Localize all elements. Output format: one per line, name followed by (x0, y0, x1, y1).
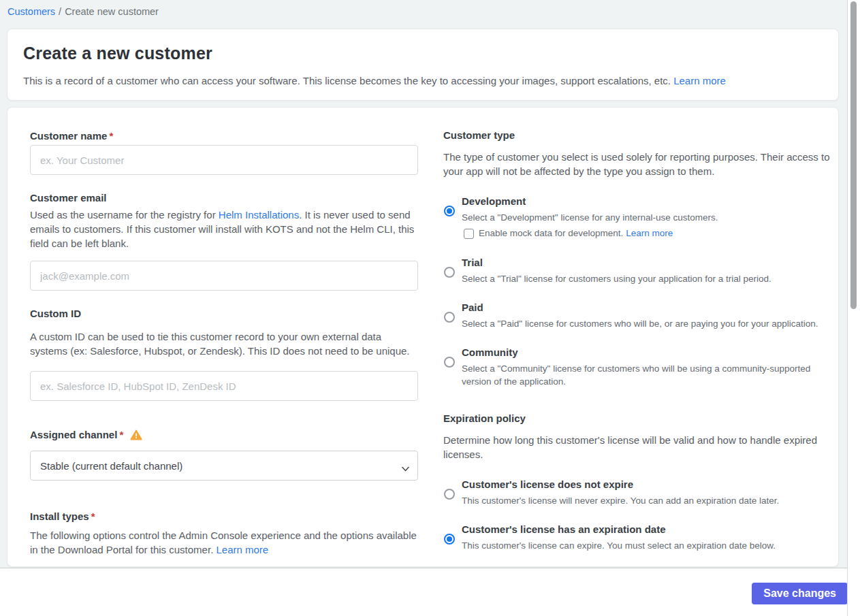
breadcrumb-current: Create new customer (65, 6, 159, 17)
custom-id-help: A custom ID can be used to tie this cust… (30, 329, 419, 358)
scrollbar-track[interactable] (847, 0, 860, 616)
assigned-channel-select-wrap: Stable (current default channel) (30, 451, 418, 481)
custom-id-input[interactable] (30, 371, 418, 401)
breadcrumb-customers-link[interactable]: Customers (7, 6, 55, 17)
paid-radio[interactable] (444, 312, 455, 323)
custom-id-label: Custom ID (30, 308, 419, 320)
customer-name-label-text: Customer name (30, 130, 107, 142)
has-expiration-radio[interactable] (444, 534, 455, 545)
customer-type-option-development: Development Select a "Development" licen… (443, 195, 835, 240)
has-expiration-option-title[interactable]: Customer's license has an expiration dat… (462, 523, 835, 536)
customer-email-help-before: Used as the username for the registry fo… (30, 209, 219, 221)
header-card: Create a new customer This is a record o… (7, 29, 839, 101)
footer-bar: Save changes (0, 568, 860, 616)
install-types-label-text: Install types (30, 510, 89, 522)
trial-option-description: Select a "Trial" license for customers u… (462, 272, 835, 285)
warning-icon (130, 429, 142, 440)
development-option-title[interactable]: Development (462, 195, 835, 208)
trial-radio[interactable] (444, 267, 455, 278)
scrollbar-thumb[interactable] (850, 1, 857, 309)
expiration-option-no-expire: Customer's license does not expire This … (443, 479, 835, 507)
expiration-option-has-date: Customer's license has an expiration dat… (443, 523, 835, 552)
page-title: Create a new customer (23, 43, 823, 63)
page: Customers/Create new customer Create a n… (0, 0, 860, 616)
mock-data-checkbox-row: Enable mock data for development. Learn … (462, 227, 835, 240)
assigned-channel-select[interactable]: Stable (current default channel) (30, 451, 418, 481)
customer-email-help: Used as the username for the registry fo… (30, 208, 419, 250)
install-types-label: Install types* (30, 510, 419, 523)
customer-type-option-paid: Paid Select a "Paid" license for custome… (443, 302, 835, 330)
customer-type-heading: Customer type (443, 129, 835, 142)
customer-type-option-trial: Trial Select a "Trial" license for custo… (443, 257, 835, 285)
no-expire-radio[interactable] (444, 489, 455, 500)
breadcrumb: Customers/Create new customer (7, 6, 159, 17)
install-types-learn-more-link[interactable]: Learn more (216, 544, 268, 555)
paid-option-title[interactable]: Paid (462, 302, 835, 314)
mock-data-learn-more-link[interactable]: Learn more (626, 228, 673, 238)
save-changes-button[interactable]: Save changes (752, 583, 848, 604)
development-option-description: Select a "Development" license for any i… (462, 211, 835, 224)
breadcrumb-separator: / (59, 6, 61, 17)
install-types-help: The following options control the Admin … (30, 528, 419, 557)
assigned-channel-label: Assigned channel* (30, 429, 419, 441)
customer-type-option-community: Community Select a "Community" license f… (443, 346, 835, 388)
install-types-required-asterisk: * (91, 510, 95, 522)
assigned-channel-label-text: Assigned channel (30, 429, 117, 441)
form-left-column: Customer name* Customer email Used as th… (30, 108, 419, 557)
development-radio[interactable] (444, 206, 455, 216)
community-option-description: Select a "Community" license for custome… (462, 362, 835, 388)
community-option-title[interactable]: Community (462, 346, 835, 359)
customer-type-description: The type of customer you select is used … (443, 150, 835, 178)
expiration-policy-heading: Expiration policy (443, 412, 835, 425)
page-subtitle: This is a record of a customer who can a… (23, 74, 823, 88)
header-learn-more-link[interactable]: Learn more (673, 75, 726, 86)
community-radio[interactable] (444, 357, 455, 368)
trial-option-title[interactable]: Trial (462, 257, 835, 269)
expiration-policy-description: Determine how long this customer's licen… (443, 433, 835, 461)
customer-name-label: Customer name* (30, 130, 419, 142)
customer-email-label: Customer email (30, 192, 419, 204)
page-subtitle-text: This is a record of a customer who can a… (23, 75, 671, 86)
has-expiration-option-description: This customer's license can expire. You … (462, 539, 835, 552)
customer-email-input[interactable] (30, 261, 418, 291)
mock-data-checkbox[interactable] (464, 229, 474, 239)
customer-name-required-asterisk: * (109, 130, 113, 142)
form-right-column: Customer type The type of customer you s… (443, 108, 835, 552)
mock-data-checkbox-label[interactable]: Enable mock data for development. Learn … (479, 227, 673, 240)
assigned-channel-required-asterisk: * (119, 429, 123, 441)
mock-data-checkbox-label-text: Enable mock data for development. (479, 228, 623, 238)
paid-option-description: Select a "Paid" license for customers wh… (462, 317, 835, 330)
helm-installations-link[interactable]: Helm Installations (219, 209, 299, 221)
customer-name-input[interactable] (30, 145, 418, 175)
no-expire-option-title[interactable]: Customer's license does not expire (462, 479, 835, 491)
form-card: Customer name* Customer email Used as th… (7, 107, 839, 567)
no-expire-option-description: This customer's license will never expir… (462, 494, 835, 507)
